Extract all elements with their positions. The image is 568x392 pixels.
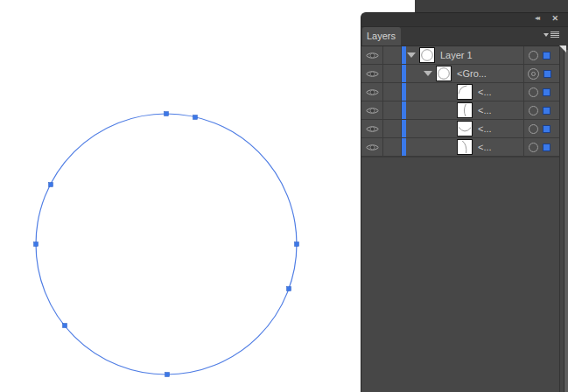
- panel-titlebar[interactable]: ◂◂ ✕: [361, 13, 568, 27]
- visibility-toggle[interactable]: [361, 65, 383, 82]
- layer-row-right: [524, 102, 559, 119]
- indent-spacer: [402, 92, 457, 93]
- selection-indicator[interactable]: [543, 88, 550, 96]
- layer-row-main[interactable]: <...: [402, 138, 524, 156]
- lock-toggle[interactable]: [383, 83, 402, 101]
- layer-label[interactable]: <Gro...: [457, 68, 487, 79]
- layer-row-main[interactable]: <...: [402, 102, 524, 119]
- eye-icon: [366, 52, 379, 60]
- layer-row-right: [524, 138, 559, 156]
- visibility-toggle[interactable]: [361, 138, 383, 156]
- disclosure-triangle-icon[interactable]: [424, 71, 432, 76]
- indent-spacer: [402, 110, 457, 111]
- anchor-point[interactable]: [165, 112, 169, 116]
- eye-icon: [366, 70, 379, 78]
- tab-layers[interactable]: Layers: [362, 27, 401, 46]
- layer-row-right: [524, 65, 559, 82]
- layer-row-main[interactable]: Layer 1: [402, 46, 524, 64]
- layer-label[interactable]: Layer 1: [440, 50, 473, 60]
- anchor-point[interactable]: [193, 116, 198, 120]
- anchor-point[interactable]: [34, 242, 39, 247]
- selection-indicator[interactable]: [543, 70, 551, 78]
- eye-icon: [366, 88, 379, 96]
- selection-color-bar: [402, 65, 406, 82]
- layer-row-main[interactable]: <...: [402, 120, 524, 137]
- layer-row[interactable]: <...: [361, 102, 559, 120]
- visibility-toggle[interactable]: [361, 120, 383, 137]
- collapse-to-icons-icon[interactable]: ◂◂: [535, 14, 538, 22]
- target-icon[interactable]: [528, 68, 539, 80]
- eye-icon: [366, 107, 379, 115]
- layer-row-main[interactable]: <...: [402, 83, 524, 101]
- layer-row-main[interactable]: <Gro...: [402, 65, 524, 82]
- lock-toggle[interactable]: [383, 138, 402, 156]
- lock-toggle[interactable]: [383, 65, 402, 82]
- selection-color-bar: [402, 102, 406, 119]
- selection-indicator[interactable]: [543, 125, 550, 133]
- indent-spacer: [402, 129, 457, 130]
- menu-arrow-icon: [543, 33, 549, 37]
- lock-toggle[interactable]: [383, 46, 402, 64]
- layers-list: Layer 1 <Gro...: [361, 46, 559, 157]
- layer-row-right: [524, 83, 559, 101]
- target-icon[interactable]: [529, 88, 538, 97]
- layer-row[interactable]: Layer 1: [361, 46, 559, 65]
- layer-row[interactable]: <...: [361, 138, 559, 157]
- anchor-point[interactable]: [49, 183, 53, 187]
- circle-thumbnail[interactable]: [436, 66, 452, 81]
- selection-color-bar: [402, 46, 406, 64]
- layer-row[interactable]: <...: [361, 120, 559, 138]
- selection-indicator[interactable]: [543, 52, 550, 60]
- close-icon[interactable]: ✕: [551, 14, 558, 23]
- arc-top-left-thumbnail[interactable]: [457, 84, 473, 100]
- dock-edge-strip: [564, 50, 568, 392]
- selection-indicator[interactable]: [543, 107, 550, 115]
- arc-left-thumbnail[interactable]: [457, 102, 473, 118]
- layer-label[interactable]: <...: [478, 87, 492, 97]
- target-icon[interactable]: [529, 143, 538, 152]
- layer-label[interactable]: <...: [478, 123, 492, 134]
- disclosure-triangle-icon[interactable]: [407, 52, 416, 58]
- layers-panel: ◂◂ ✕ Layers Layer 1: [361, 12, 568, 392]
- lock-toggle[interactable]: [383, 120, 402, 137]
- anchor-point[interactable]: [295, 242, 299, 247]
- layer-label[interactable]: <...: [478, 142, 492, 152]
- anchor-point[interactable]: [287, 287, 291, 291]
- anchor-point[interactable]: [165, 373, 170, 377]
- layers-empty-area: [361, 158, 559, 392]
- selection-indicator[interactable]: [543, 144, 550, 151]
- anchor-point[interactable]: [63, 324, 67, 328]
- eye-icon: [366, 144, 379, 151]
- layer-row-right: [524, 120, 559, 137]
- layer-row-right: [524, 46, 559, 64]
- lock-toggle[interactable]: [383, 102, 402, 119]
- arc-top-right-thumbnail[interactable]: [457, 139, 473, 155]
- anchor-points[interactable]: [34, 112, 299, 377]
- selection-color-bar: [402, 120, 406, 137]
- target-icon[interactable]: [529, 106, 538, 116]
- selection-color-bar: [402, 138, 406, 156]
- visibility-toggle[interactable]: [361, 46, 383, 64]
- panel-tab-row: Layers: [361, 27, 568, 46]
- layer-label[interactable]: <...: [478, 105, 492, 116]
- visibility-toggle[interactable]: [361, 102, 383, 119]
- visibility-toggle[interactable]: [361, 83, 383, 101]
- eye-icon: [366, 125, 379, 133]
- scroll-corner-icon: [559, 46, 566, 52]
- panel-menu-icon[interactable]: [543, 32, 559, 38]
- target-icon[interactable]: [529, 124, 538, 134]
- target-icon[interactable]: [529, 51, 538, 60]
- circle-thumbnail[interactable]: [419, 47, 435, 63]
- menu-lines-icon: [550, 32, 559, 38]
- selected-circle-path[interactable]: [36, 114, 297, 374]
- layer-row[interactable]: <...: [361, 83, 559, 102]
- arc-bottom-thumbnail[interactable]: [457, 121, 473, 136]
- indent-spacer: [402, 147, 457, 148]
- selection-color-bar: [402, 83, 406, 101]
- layer-row[interactable]: <Gro...: [361, 65, 559, 83]
